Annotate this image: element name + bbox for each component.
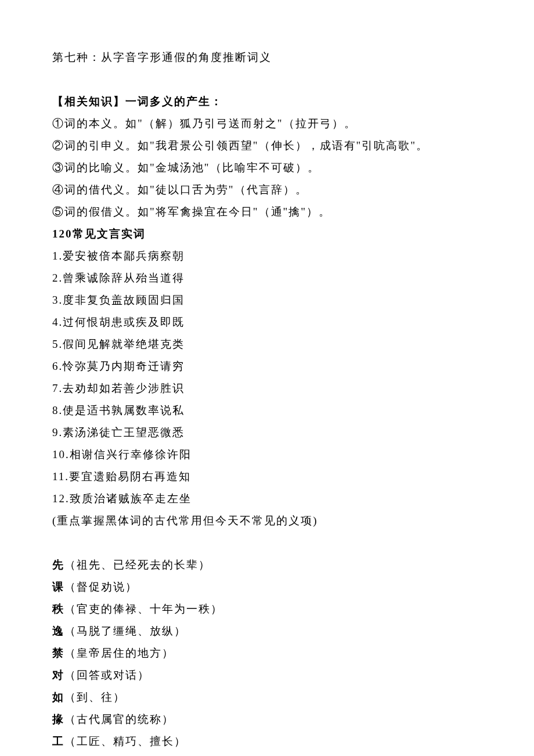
heading-related-knowledge: 【相关知识】一词多义的产生： [52,91,482,113]
word-entry: 僭（超越本分、虚假不真实） [52,753,482,756]
word-definitions: 先（祖先、已经死去的长辈） 课（督促劝说） 秩（官吏的俸禄、十年为一秩） 逸（马… [52,554,482,756]
document-page: 第七种：从字音字形通假的角度推断词义 【相关知识】一词多义的产生： ①词的本义。… [0,0,534,756]
word-entry: 逸（马脱了缰绳、放纵） [52,620,482,642]
meaning-item: ②词的引申义。如"我君景公引领西望"（伸长），成语有"引吭高歌"。 [52,135,482,157]
word-entry: 掾（古代属官的统称） [52,708,482,730]
word-def: （马脱了缰绳、放纵） [64,625,186,637]
char-group: 11.要宜遗贻易阴右再造知 [52,466,482,488]
word-term: 先 [52,559,64,571]
word-term: 工 [52,735,64,747]
meaning-item: ④词的借代义。如"徒以口舌为劳"（代言辞）。 [52,179,482,201]
word-def: （督促劝说） [64,581,138,593]
char-group: 7.去劝却如若善少涉胜识 [52,377,482,399]
word-def: （回答或对话） [64,669,150,681]
char-group: 3.度非复负盖故顾固归国 [52,289,482,311]
word-def: （官吏的俸禄、十年为一秩） [64,603,223,615]
word-entry: 课（督促劝说） [52,576,482,598]
word-term: 掾 [52,713,64,725]
word-term: 秩 [52,603,64,615]
meaning-item: ⑤词的假借义。如"将军禽操宜在今日"（通"擒"）。 [52,201,482,223]
character-group-list: 1.爱安被倍本鄙兵病察朝 2.曾乘诚除辞从殆当道得 3.度非复负盖故顾固归国 4… [52,245,482,510]
word-term: 课 [52,581,64,593]
char-group: 8.使是适书孰属数率说私 [52,399,482,422]
meaning-item: ③词的比喻义。如"金城汤池"（比喻牢不可破）。 [52,157,482,179]
note-line: (重点掌握黑体词的古代常用但今天不常见的义项) [52,510,482,532]
word-entry: 如（到、往） [52,686,482,708]
word-entry: 对（回答或对话） [52,664,482,686]
word-entry: 先（祖先、已经死去的长辈） [52,554,482,576]
char-group: 9.素汤涕徒亡王望恶微悉 [52,422,482,444]
meaning-list: ①词的本义。如"（解）狐乃引弓送而射之"（拉开弓）。 ②词的引申义。如"我君景公… [52,113,482,223]
char-group: 1.爱安被倍本鄙兵病察朝 [52,245,482,267]
word-def: （古代属官的统称） [64,713,174,725]
char-group: 10.相谢信兴行幸修徐许阳 [52,444,482,466]
word-def: （祖先、已经死去的长辈） [64,559,211,571]
char-group: 2.曾乘诚除辞从殆当道得 [52,267,482,289]
word-entry: 工（工匠、精巧、擅长） [52,730,482,753]
word-term: 如 [52,691,64,703]
word-entry: 禁（皇帝居住的地方） [52,642,482,664]
word-def: （工匠、精巧、擅长） [64,735,186,747]
word-term: 对 [52,669,64,681]
word-term: 禁 [52,647,64,659]
word-term: 逸 [52,625,64,637]
top-line: 第七种：从字音字形通假的角度推断词义 [52,46,482,69]
word-def: （皇帝居住的地方） [64,647,174,659]
char-group: 5.假间见解就举绝堪克类 [52,333,482,355]
heading-120-words: 120常见文言实词 [52,223,482,245]
char-group: 4.过何恨胡患或疾及即既 [52,311,482,333]
char-group: 12.致质治诸贼族卒走左坐 [52,488,482,510]
word-entry: 秩（官吏的俸禄、十年为一秩） [52,598,482,620]
char-group: 6.怜弥莫乃内期奇迁请穷 [52,355,482,377]
word-def: （到、往） [64,691,125,703]
meaning-item: ①词的本义。如"（解）狐乃引弓送而射之"（拉开弓）。 [52,113,482,135]
